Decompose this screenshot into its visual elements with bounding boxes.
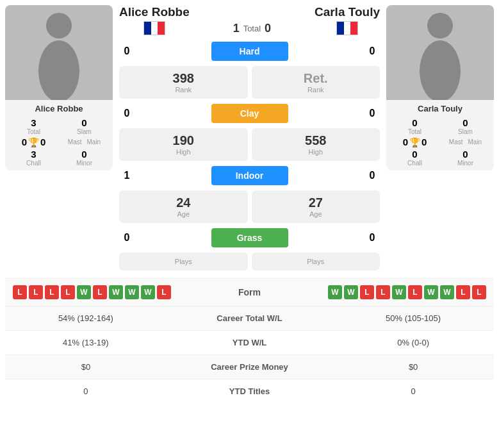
svg-point-7: [420, 40, 461, 100]
svg-point-4: [46, 13, 72, 38]
total-right: 0: [265, 22, 271, 35]
form-badge-l10: L: [157, 285, 171, 299]
right-high-lbl: High: [254, 148, 378, 156]
left-high-val: 190: [122, 133, 245, 148]
lc-chall: 3: [9, 149, 58, 160]
rc-minor: 0: [441, 149, 490, 160]
left-name-card: Alice Robbe: [5, 100, 113, 115]
form-badge-r7: W: [424, 285, 438, 299]
left-flag: [143, 21, 165, 35]
form-badge-l5: W: [77, 285, 91, 299]
indoor-btn[interactable]: Indoor: [211, 166, 288, 185]
rc-mast: 0: [403, 137, 408, 147]
right-name-top: Carla Touly: [315, 5, 380, 19]
form-badge-r2: W: [344, 285, 358, 299]
rc-mast-lbl: Mast: [449, 138, 463, 145]
right-form-badges: W W L L W L W W L L: [328, 285, 486, 299]
stat-row-4-left: 0: [5, 379, 167, 404]
left-name-top: Alice Robbe: [119, 5, 190, 19]
total-left: 1: [233, 22, 240, 35]
stat-row-3-right: $0: [332, 355, 494, 379]
form-badge-r5: W: [392, 285, 406, 299]
stat-row-3-label: Career Prize Money: [167, 355, 332, 379]
rc-slam-lbl: Slam: [441, 128, 490, 135]
rc-slam: 0: [441, 117, 490, 128]
form-badge-l6: L: [93, 285, 107, 299]
stat-row-3-left: $0: [5, 355, 167, 379]
svg-point-5: [38, 40, 79, 100]
indoor-l: 1: [119, 170, 135, 181]
form-badge-r9: L: [456, 285, 470, 299]
rc-chall-lbl: Chall: [390, 160, 439, 167]
left-rank-lbl: Rank: [122, 86, 245, 94]
form-badge-r3: L: [360, 285, 374, 299]
lc-total-lbl: Total: [9, 128, 58, 135]
clay-btn[interactable]: Clay: [211, 104, 288, 123]
grass-btn[interactable]: Grass: [211, 228, 288, 247]
grass-l: 0: [119, 232, 135, 244]
form-badge-r10: L: [472, 285, 486, 299]
rc-main: 0: [421, 137, 427, 147]
stat-row-1-right: 50% (105-105): [332, 306, 494, 331]
form-badge-r4: L: [376, 285, 390, 299]
left-age-lbl: Age: [122, 210, 245, 218]
clay-r: 0: [364, 108, 380, 119]
lc-mast-lbl: Mast: [68, 138, 82, 145]
left-age-val: 24: [122, 195, 245, 210]
form-badge-l4: L: [61, 285, 75, 299]
form-section: L L L L W L W W W L Form W W L L W L W W…: [5, 278, 494, 306]
left-high-lbl: High: [122, 148, 245, 156]
lc-slam-lbl: Slam: [60, 128, 109, 135]
form-badge-l9: W: [141, 285, 155, 299]
left-form-badges: L L L L W L W W W L: [13, 285, 171, 299]
rc-minor-lbl: Minor: [441, 160, 490, 167]
form-badge-l1: L: [13, 285, 27, 299]
lc-slam: 0: [60, 117, 109, 128]
stat-row-2-right: 0% (0-0): [332, 331, 494, 355]
stat-row-1-label: Career Total W/L: [167, 306, 332, 331]
form-badge-r1: W: [328, 285, 342, 299]
hard-btn[interactable]: Hard: [211, 42, 288, 61]
lc-chall-lbl: Chall: [9, 160, 58, 167]
clay-l: 0: [119, 108, 135, 119]
indoor-r: 0: [364, 170, 380, 181]
right-rank-lbl: Rank: [254, 86, 378, 94]
right-age-val: 27: [254, 195, 378, 210]
svg-point-6: [427, 13, 453, 38]
right-high-val: 558: [254, 133, 378, 148]
stat-row-4-label: YTD Titles: [167, 379, 332, 404]
rc-chall: 0: [390, 149, 439, 160]
rc-total: 0: [390, 117, 439, 128]
form-badge-l2: L: [29, 285, 43, 299]
trophy-left: 🏆: [28, 137, 39, 147]
left-plays-lbl: Plays: [122, 258, 245, 265]
lc-minor-lbl: Minor: [60, 160, 109, 167]
hard-l: 0: [119, 46, 135, 57]
form-badge-l3: L: [45, 285, 59, 299]
lc-minor: 0: [60, 149, 109, 160]
trophy-right: 🏆: [409, 137, 420, 147]
form-badge-r6: L: [408, 285, 422, 299]
form-badge-r8: W: [440, 285, 454, 299]
stat-row-4-right: 0: [332, 379, 494, 404]
form-badge-l8: W: [125, 285, 139, 299]
lc-main-lbl: Main: [86, 138, 101, 145]
lc-main: 0: [40, 137, 45, 147]
grass-r: 0: [364, 232, 380, 244]
form-badge-l7: W: [109, 285, 123, 299]
hard-r: 0: [364, 46, 380, 57]
lc-total: 3: [9, 117, 58, 128]
stat-row-1-left: 54% (192-164): [5, 306, 167, 331]
rc-total-lbl: Total: [390, 128, 439, 135]
stat-row-2-left: 41% (13-19): [5, 331, 167, 355]
form-label: Form: [238, 287, 261, 297]
lc-mast: 0: [22, 137, 27, 147]
career-stats-table: 54% (192-164) Career Total W/L 50% (105-…: [5, 306, 494, 403]
right-flag: [336, 21, 358, 35]
right-name-card: Carla Touly: [386, 100, 494, 115]
right-rank-val: Ret.: [254, 71, 378, 86]
right-age-lbl: Age: [254, 210, 378, 218]
right-plays-lbl: Plays: [254, 258, 378, 265]
stat-row-2-label: YTD W/L: [167, 331, 332, 355]
left-rank-val: 398: [122, 71, 245, 86]
